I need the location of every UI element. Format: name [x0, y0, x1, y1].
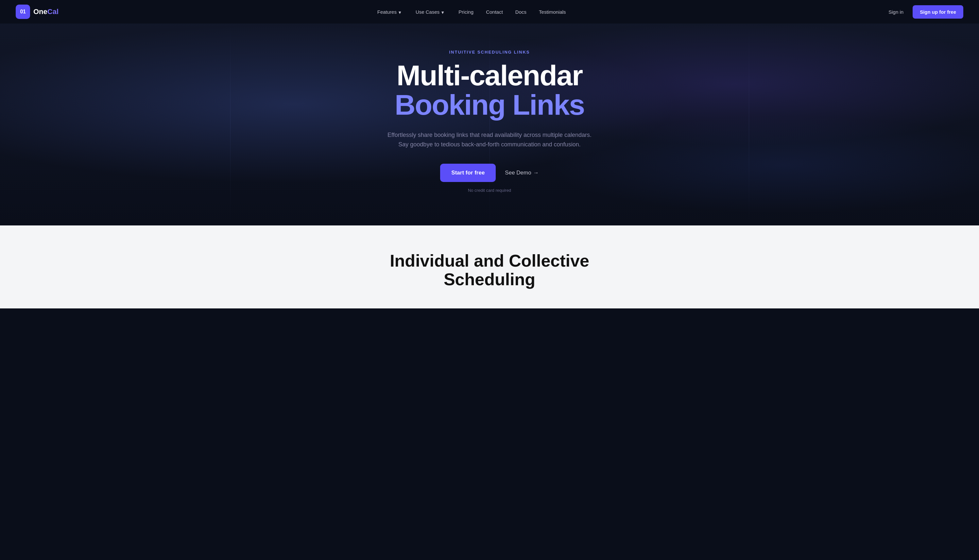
bottom-title: Individual and Collective Scheduling [375, 252, 604, 289]
logo-icon: 01 [16, 5, 30, 19]
nav-docs[interactable]: Docs [510, 7, 532, 17]
chevron-down-icon: ▾ [399, 10, 403, 14]
nav-contact[interactable]: Contact [481, 7, 508, 17]
nav-testimonials[interactable]: Testimonials [534, 7, 571, 17]
see-demo-link[interactable]: See Demo → [505, 170, 538, 176]
bottom-section: Individual and Collective Scheduling [0, 225, 979, 308]
hero-section: INTUITIVE SCHEDULING LINKS Multi-calenda… [0, 23, 979, 225]
chevron-down-icon: ▾ [441, 10, 446, 14]
hero-title-line2: Booking Links [395, 90, 584, 120]
arrow-right-icon: → [533, 170, 539, 176]
nav-actions: Sign in Sign up for free [884, 5, 963, 18]
nav-features[interactable]: Features ▾ [372, 7, 408, 17]
navbar: 01 OneCal Features ▾ Use Cases ▾ Pricing… [0, 0, 979, 23]
hero-title-line1: Multi-calendar [395, 61, 584, 90]
hero-description: Effortlessly share booking links that re… [388, 130, 591, 149]
nav-use-cases[interactable]: Use Cases ▾ [410, 7, 451, 17]
signup-button[interactable]: Sign up for free [913, 5, 963, 18]
sign-in-link[interactable]: Sign in [884, 7, 907, 17]
hero-title: Multi-calendar Booking Links [395, 61, 584, 130]
hero-eyebrow: INTUITIVE SCHEDULING LINKS [449, 50, 530, 55]
nav-links: Features ▾ Use Cases ▾ Pricing Contact D… [372, 7, 571, 17]
logo[interactable]: 01 OneCal [16, 5, 58, 19]
nav-pricing[interactable]: Pricing [453, 7, 479, 17]
hero-cta-row: Start for free See Demo → [440, 164, 538, 182]
start-for-free-button[interactable]: Start for free [440, 164, 496, 182]
logo-text: OneCal [33, 8, 58, 16]
no-credit-card-text: No credit card required [468, 188, 511, 193]
